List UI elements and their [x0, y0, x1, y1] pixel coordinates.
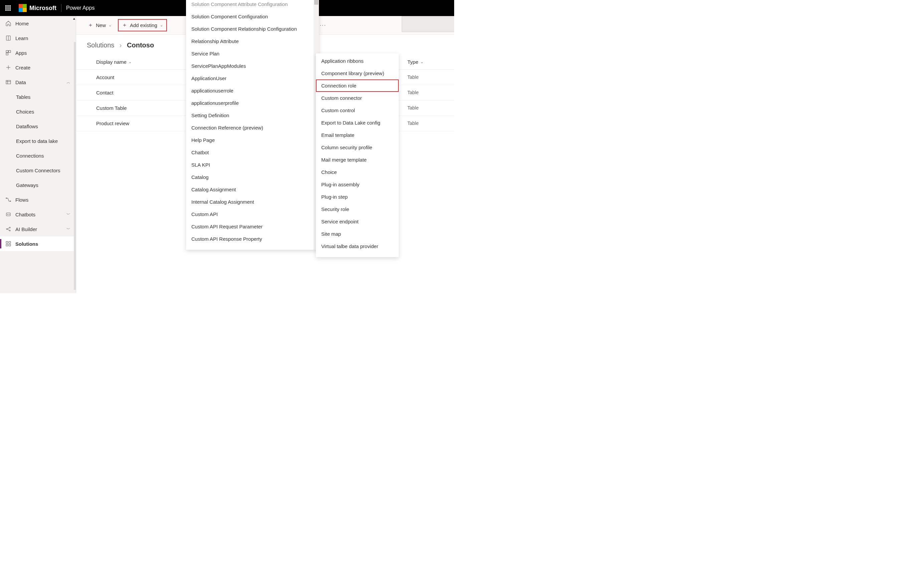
submenu-item[interactable]: Virtual talbe data provider — [316, 240, 399, 253]
dropdown-item[interactable]: Setting Definition — [186, 109, 319, 122]
chevron-down-icon: ⌄ — [129, 60, 132, 64]
sidebar-item-tables[interactable]: Tables — [0, 89, 76, 104]
microsoft-flag-icon — [19, 4, 27, 12]
svg-rect-2 — [6, 50, 8, 53]
sidebar-item-gateways[interactable]: Gateways — [0, 178, 76, 192]
submenu-item[interactable]: Column security profile — [316, 141, 399, 154]
sidebar-item-label: Data — [15, 79, 26, 85]
submenu-item[interactable]: Plug-in step — [316, 191, 399, 203]
sidebar-item-label: Tables — [16, 94, 30, 100]
sidebar-scrollbar[interactable] — [74, 42, 76, 290]
ai-icon — [5, 226, 12, 232]
sidebar-item-ai-builder[interactable]: AI Builder ﹀ — [0, 222, 76, 236]
sidebar-item-create[interactable]: Create — [0, 60, 76, 75]
svg-point-16 — [9, 227, 10, 228]
add-existing-submenu: Application ribbons Component library (p… — [316, 53, 399, 257]
sidebar-item-label: Solutions — [15, 241, 38, 247]
svg-rect-21 — [9, 241, 11, 243]
add-existing-dropdown: Solution Component Attribute Configurati… — [186, 0, 319, 250]
sidebar-item-label: Apps — [15, 50, 27, 56]
svg-rect-23 — [9, 244, 11, 246]
submenu-item[interactable]: Custom connector — [316, 92, 399, 104]
cell-type: Table — [408, 90, 434, 96]
dropdown-item[interactable]: Internal Catalog Assignment — [186, 196, 319, 208]
dropdown-item[interactable]: Chatbot — [186, 146, 319, 158]
flow-icon — [5, 196, 12, 203]
button-label: New — [96, 22, 106, 28]
plus-icon: ＋ — [88, 22, 93, 29]
sidebar-item-label: Custom Connectors — [16, 168, 61, 173]
dropdown-item[interactable]: ApplicationUser — [186, 72, 319, 84]
submenu-item[interactable]: Choice — [316, 166, 399, 178]
plus-icon: ＋ — [122, 22, 127, 29]
dropdown-item[interactable]: Solution Component Attribute Configurati… — [186, 1, 319, 10]
dropdown-item[interactable]: ServicePlanAppModules — [186, 60, 319, 72]
apps-icon — [5, 50, 12, 56]
dropdown-item[interactable]: Solution Component Configuration — [186, 10, 319, 23]
sidebar-item-custom-connectors[interactable]: Custom Connectors — [0, 163, 76, 178]
submenu-item[interactable]: Security role — [316, 203, 399, 215]
dropdown-item[interactable]: Custom API Response Property — [186, 233, 319, 245]
submenu-item[interactable]: Custom control — [316, 104, 399, 117]
sidebar-item-export-data-lake[interactable]: Export to data lake — [0, 134, 76, 148]
scroll-up-icon[interactable]: ▲ — [73, 17, 76, 20]
sidebar-item-apps[interactable]: Apps — [0, 45, 76, 60]
sidebar-item-flows[interactable]: Flows — [0, 192, 76, 207]
sidebar-item-label: Gateways — [16, 182, 38, 188]
sidebar-item-dataflows[interactable]: Dataflows — [0, 119, 76, 134]
new-button[interactable]: ＋ New ⌄ — [84, 19, 115, 31]
dropdown-item[interactable]: Catalog — [186, 171, 319, 183]
submenu-item[interactable]: Application ribbons — [316, 55, 399, 67]
submenu-item[interactable]: Site map — [316, 228, 399, 240]
add-existing-button[interactable]: ＋ Add existing ⌄ — [118, 19, 167, 31]
submenu-item[interactable]: Service endpoint — [316, 215, 399, 228]
microsoft-logo: Microsoft — [19, 4, 56, 12]
submenu-item[interactable]: Export to Data Lake config — [316, 117, 399, 129]
sidebar-item-label: Chatbots — [15, 212, 35, 217]
dropdown-item[interactable]: Connection Reference (preview) — [186, 122, 319, 134]
breadcrumb-current: Contoso — [127, 41, 154, 49]
dropdown-item[interactable]: Custom API Request Parameter — [186, 220, 319, 233]
sidebar-item-label: Choices — [16, 109, 34, 114]
chevron-down-icon: ⌄ — [160, 23, 163, 27]
dropdown-item[interactable]: Service Plan — [186, 48, 319, 60]
scroll-thumb[interactable] — [314, 0, 318, 5]
sidebar-item-chatbots[interactable]: Chatbots ﹀ — [0, 207, 76, 222]
sidebar-item-choices[interactable]: Choices — [0, 104, 76, 119]
submenu-item[interactable]: Email template — [316, 129, 399, 141]
chatbot-icon — [5, 211, 12, 217]
obscured-region — [402, 16, 454, 32]
plus-icon — [5, 64, 12, 71]
waffle-icon[interactable] — [0, 0, 16, 16]
breadcrumb-root[interactable]: Solutions — [87, 41, 114, 49]
home-icon — [5, 20, 12, 26]
dropdown-item[interactable]: applicationuserrole — [186, 84, 319, 97]
dropdown-item[interactable]: Custom API — [186, 208, 319, 220]
submenu-item-connection-role[interactable]: Connection role — [316, 79, 399, 92]
svg-rect-3 — [9, 50, 11, 53]
sidebar-item-connections[interactable]: Connections — [0, 148, 76, 163]
sidebar-item-label: Home — [15, 21, 29, 26]
dropdown-item[interactable]: Help Page — [186, 134, 319, 146]
submenu-item[interactable]: Plug-in assembly — [316, 178, 399, 191]
dropdown-item[interactable]: Relationship Attribute — [186, 35, 319, 48]
dropdown-item[interactable]: applicationuserprofile — [186, 97, 319, 109]
chevron-up-icon: ︿ — [66, 79, 71, 85]
submenu-item[interactable]: Mail merge template — [316, 154, 399, 166]
sidebar: ▲ Home Learn Apps Create Data ︿ Tables C… — [0, 16, 76, 293]
column-type[interactable]: Type ⌄ — [408, 59, 434, 65]
chevron-down-icon: ⌄ — [421, 60, 423, 64]
sidebar-item-data[interactable]: Data ︿ — [0, 75, 76, 89]
svg-rect-12 — [7, 213, 10, 216]
submenu-item[interactable]: Component library (preview) — [316, 67, 399, 79]
dropdown-item[interactable]: Catalog Assignment — [186, 183, 319, 196]
sidebar-item-label: AI Builder — [15, 226, 37, 232]
overflow-button[interactable]: ··· — [320, 22, 326, 28]
sidebar-item-solutions[interactable]: Solutions — [0, 236, 76, 251]
svg-point-17 — [9, 230, 10, 231]
sidebar-item-home[interactable]: Home — [0, 16, 76, 31]
dropdown-item[interactable]: Solution Component Relationship Configur… — [186, 23, 319, 35]
sidebar-item-learn[interactable]: Learn — [0, 31, 76, 45]
dropdown-item[interactable]: SLA KPI — [186, 158, 319, 171]
button-label: Add existing — [130, 22, 157, 28]
